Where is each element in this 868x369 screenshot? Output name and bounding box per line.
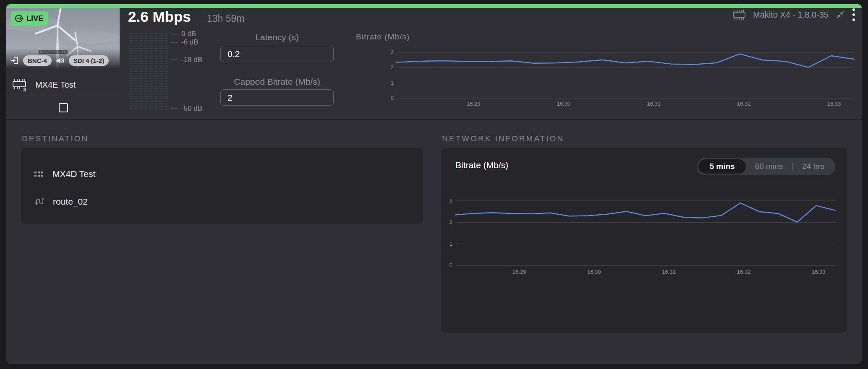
status-accent-bar [6, 4, 862, 8]
grid-icon [34, 171, 44, 178]
meter-tick [170, 42, 178, 43]
audio-level-meter [129, 33, 168, 109]
current-bitrate: 2.6 Mbps [128, 8, 191, 25]
header-right: Makito X4 - 1.8.0-35 [732, 8, 855, 21]
meter-tick [170, 34, 178, 34]
speaker-icon [55, 55, 65, 66]
svg-text:16:30: 16:30 [557, 101, 571, 107]
encoder-chip-icon: 3 [12, 78, 29, 91]
destination-item-mx4d[interactable]: MX4D Test [34, 167, 95, 181]
network-heading: NETWORK INFORMATION [442, 134, 564, 143]
svg-text:2: 2 [391, 64, 394, 70]
destination-name: MX4D Test [52, 169, 95, 179]
meter-tick [170, 60, 178, 60]
destination-name: route_02 [53, 197, 88, 207]
video-input-icon [10, 55, 20, 65]
svg-text:16:31: 16:31 [662, 269, 676, 275]
svg-text:16:29: 16:29 [512, 269, 526, 275]
live-badge: LIVE [10, 11, 48, 26]
select-stream-checkbox[interactable] [59, 103, 68, 112]
top-chart-title: Bitrate (Mb/s) [356, 32, 410, 42]
svg-text:3: 3 [391, 49, 394, 55]
range-option-5mins[interactable]: 5 mins [698, 159, 745, 174]
capped-bitrate-input[interactable] [220, 89, 334, 106]
io-badges-row: BNC-4 SDI 4 (1-2) [10, 54, 109, 67]
device-chip-icon [732, 9, 746, 20]
svg-text:3: 3 [450, 197, 452, 204]
live-label: LIVE [26, 14, 43, 23]
time-range-toggle: 5 mins 60 mins 24 hrs [697, 158, 835, 175]
svg-text:16:32: 16:32 [737, 269, 751, 275]
stream-uptime: 13h 59m [207, 13, 245, 24]
live-stream-icon [14, 14, 24, 23]
destination-item-route[interactable]: route_02 [34, 195, 88, 209]
meter-label-6db: -6 dB [181, 38, 199, 47]
svg-text:16:32: 16:32 [737, 101, 751, 107]
svg-text:1: 1 [391, 80, 394, 86]
svg-text:16:31: 16:31 [647, 101, 661, 107]
destination-panel: MX4D Test route_02 [21, 148, 423, 224]
meter-tick [170, 108, 178, 109]
meter-label-18db: -18 dB [181, 56, 202, 64]
encoder-row: 3 MX4E Test [12, 78, 76, 91]
svg-text:2: 2 [450, 219, 452, 225]
device-label: Makito X4 - 1.8.0-35 [753, 10, 829, 20]
collapse-icon[interactable] [835, 10, 845, 20]
video-input-badge: BNC-4 [23, 55, 52, 66]
network-chart-title: Bitrate (Mb/s) [455, 160, 508, 170]
meter-label-50db: -50 dB [181, 104, 202, 113]
audio-input-badge: SDI 4 (1-2) [69, 55, 109, 66]
range-option-60mins[interactable]: 60 mins [746, 162, 792, 171]
kebab-menu-icon[interactable] [852, 8, 855, 22]
svg-text:1: 1 [450, 241, 452, 247]
encoder-name: MX4E Test [35, 80, 76, 90]
route-icon [34, 197, 44, 207]
burned-in-timecode: 32:21:1DF15 [39, 50, 68, 54]
svg-text:16:29: 16:29 [467, 101, 481, 107]
divider [6, 97, 120, 97]
encoder-channel-number: 3 [23, 86, 26, 91]
svg-text:16:33: 16:33 [827, 101, 841, 107]
network-panel: Bitrate (Mb/s) 5 mins 60 mins 24 hrs 012… [441, 148, 847, 333]
section-divider [6, 119, 862, 120]
latency-label: Latency (s) [220, 32, 334, 42]
range-option-24hrs[interactable]: 24 hrs [793, 162, 834, 171]
bitrate-mini-chart: 012316:2916:3016:3116:3216:33 [388, 41, 856, 110]
encoder-dashboard: LIVE 32:21:1DF15 BNC-4 SDI 4 (1-2) [0, 0, 868, 369]
svg-text:16:33: 16:33 [812, 269, 826, 275]
svg-text:16:30: 16:30 [587, 269, 601, 275]
destination-heading: DESTINATION [22, 134, 89, 143]
latency-input[interactable] [220, 46, 334, 62]
svg-text:0: 0 [391, 95, 394, 101]
meter-label-0db: 0 dB [181, 30, 196, 38]
capped-bitrate-label: Capped Bitrate (Mb/s) [220, 77, 334, 87]
bitrate-network-chart: 012316:2916:3016:3116:3216:33 [445, 190, 844, 284]
svg-text:0: 0 [450, 262, 452, 268]
